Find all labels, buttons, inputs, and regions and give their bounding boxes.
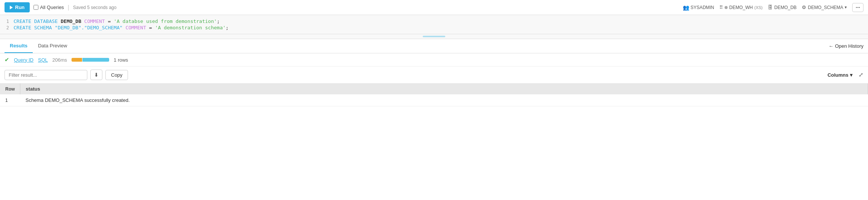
progress-orange [72,58,82,62]
wh-dot [725,6,728,9]
line-number-1: 1 [0,19,14,24]
db-name-identifier: DEMO_DB [61,18,81,24]
progress-bar [72,58,109,62]
copy-button[interactable]: Copy [105,70,128,80]
query-id-link[interactable]: Query ID [14,57,34,63]
saved-status: Saved 5 seconds ago [73,5,116,10]
resize-bar [423,36,445,37]
schema-chevron-icon: ▾ [845,5,847,10]
run-label: Run [15,5,24,10]
download-icon: ⬇ [94,72,99,78]
warehouse-size-label: (XS) [754,5,763,10]
warehouse-icon: ⠿ [719,5,723,10]
query-info-bar: ✔ Query ID SQL 206ms 1 rows [0,53,868,67]
expand-button[interactable]: ⤢ [859,71,863,78]
user-icon: 👥 [683,5,689,11]
kw-create-schema: CREATE SCHEMA [14,25,55,30]
progress-blue [82,58,109,62]
col-header-status: status [20,83,868,94]
semi2: ; [226,25,229,30]
filter-bar: ⬇ Copy Columns ▾ ⤢ [0,67,868,83]
kw-comment-1: COMMENT [84,18,105,24]
database-group[interactable]: 🗄 DEMO_DB [768,5,796,10]
line-number-2: 2 [0,25,14,30]
warehouse-group[interactable]: ⠿ DEMO_WH (XS) [719,5,763,10]
run-button[interactable]: Run [5,2,30,12]
tab-data-preview[interactable]: Data Preview [33,39,72,53]
line-content-2: CREATE SCHEMA "DEMO_DB"."DEMO_SCHEMA" CO… [14,25,868,30]
equals2: = [146,25,155,30]
schema-icon: ⚙ [802,5,806,10]
results-table: Row status 1 Schema DEMO_SCHEMA successf… [0,83,868,106]
toolbar-right: 👥 SYSADMIN ⠿ DEMO_WH (XS) 🗄 DEMO_DB ⚙ DE… [683,3,863,12]
database-label: DEMO_DB [774,5,796,10]
resize-handle[interactable] [0,34,868,39]
semi1: ; [217,18,220,24]
schema-label: DEMO_SCHEMA [808,5,843,10]
all-queries-label: All Queries [40,5,64,10]
toolbar: Run All Queries | Saved 5 seconds ago 👥 … [0,0,868,15]
columns-chevron-icon: ▾ [850,72,853,78]
kw-create-database: CREATE DATABASE [14,18,61,24]
equals1: = [105,18,114,24]
columns-button[interactable]: Columns ▾ [827,72,853,78]
string-val-1: 'A databse used from demonstration' [114,18,217,24]
download-button[interactable]: ⬇ [90,70,102,80]
database-icon: 🗄 [768,5,773,10]
timing-label: 206ms [52,57,67,63]
results-tabs: Results Data Preview ← Open History [0,39,868,53]
editor-line-2: 2 CREATE SCHEMA "DEMO_DB"."DEMO_SCHEMA" … [0,24,868,31]
table-row: 1 Schema DEMO_SCHEMA successfully create… [0,94,868,106]
cell-status: Schema DEMO_SCHEMA successfully created. [20,94,868,106]
user-label: SYSADMIN [691,5,714,10]
open-history-button[interactable]: ← Open History [828,43,863,49]
editor-line-1: 1 CREATE DATABASE DEMO_DB COMMENT = 'A d… [0,18,868,24]
rows-count-label: 1 rows [114,57,128,63]
col-header-row: Row [0,83,20,94]
toolbar-divider: | [68,4,69,11]
all-queries-checkbox[interactable] [34,5,38,10]
user-group: 👥 SYSADMIN [683,5,714,11]
columns-label: Columns [827,72,848,78]
all-queries-checkbox-label[interactable]: All Queries [34,5,64,10]
schema-identifier: "DEMO_DB"."DEMO_SCHEMA" [55,25,123,30]
schema-group[interactable]: ⚙ DEMO_SCHEMA ▾ [802,5,847,10]
space1 [81,18,84,24]
check-icon: ✔ [5,56,9,63]
more-options-button[interactable]: ··· [852,3,863,12]
table-header-row: Row status [0,83,868,94]
warehouse-label: DEMO_WH [729,5,753,10]
filter-input[interactable] [5,70,87,80]
open-history-label: Open History [835,43,863,49]
string-val-2: 'A demonstration schema' [155,25,226,30]
line-content-1: CREATE DATABASE DEMO_DB COMMENT = 'A dat… [14,18,868,24]
sql-link[interactable]: SQL [38,57,48,63]
tab-results[interactable]: Results [5,39,33,53]
code-editor[interactable]: 1 CREATE DATABASE DEMO_DB COMMENT = 'A d… [0,15,868,34]
kw-comment-2: COMMENT [125,25,146,30]
cell-row-num: 1 [0,94,20,106]
arrow-left-icon: ← [828,43,833,49]
play-icon [10,6,13,9]
